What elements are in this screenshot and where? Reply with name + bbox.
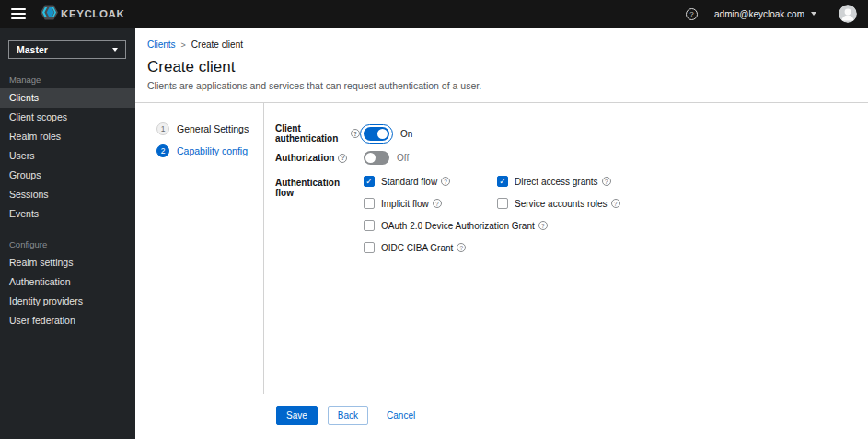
- checkbox-label: Implicit flow: [381, 199, 429, 209]
- sidebar-item-label: User federation: [9, 315, 75, 326]
- keycloak-admin-console: KEYCLOAK ? admin@keycloak.com Master: [0, 0, 868, 439]
- implicit-flow-checkbox[interactable]: [364, 198, 375, 209]
- sidebar-item-label: Realm settings: [9, 257, 73, 268]
- step-label: General Settings: [177, 123, 249, 134]
- oauth-device-grant-checkbox[interactable]: [364, 220, 375, 231]
- sidebar-item-label: Sessions: [9, 189, 49, 200]
- masthead-right: ? admin@keycloak.com: [686, 5, 857, 23]
- checkbox-label: Standard flow: [381, 177, 437, 187]
- sidebar-item-identity-providers[interactable]: Identity providers: [0, 292, 135, 311]
- help-icon[interactable]: ?: [433, 199, 442, 208]
- masthead: KEYCLOAK ? admin@keycloak.com: [0, 0, 868, 28]
- help-icon[interactable]: ?: [686, 8, 698, 20]
- sidebar-item-label: Groups: [9, 169, 41, 180]
- back-button[interactable]: Back: [328, 406, 368, 425]
- sidebar-item-clients[interactable]: Clients: [0, 88, 135, 108]
- breadcrumb: Clients > Create client: [135, 28, 868, 50]
- toggle-state-label: Off: [397, 153, 409, 163]
- sidebar-item-realm-settings[interactable]: Realm settings: [0, 253, 135, 272]
- sidebar-section-manage: Manage: [0, 59, 135, 88]
- label-text: Client authentication: [275, 123, 347, 144]
- sidebar-item-authentication[interactable]: Authentication: [0, 272, 135, 292]
- sidebar-item-users[interactable]: Users: [0, 146, 135, 166]
- checkbox-label: OIDC CIBA Grant: [381, 243, 453, 253]
- help-icon[interactable]: ?: [441, 177, 450, 186]
- sidebar-item-groups[interactable]: Groups: [0, 166, 135, 185]
- page-description: Clients are applications and services th…: [135, 76, 868, 91]
- authorization-row: Authorization ? Off: [275, 148, 868, 168]
- authorization-toggle[interactable]: [364, 151, 389, 165]
- help-icon[interactable]: ?: [611, 199, 620, 208]
- realm-selector-value: Master: [17, 44, 48, 55]
- breadcrumb-separator: >: [181, 40, 186, 50]
- sidebar-item-label: Users: [9, 150, 34, 161]
- keycloak-logo: KEYCLOAK: [41, 4, 124, 25]
- option-implicit-flow: Implicit flow ?: [364, 198, 497, 209]
- wizard-nav: 1 General Settings 2 Capability config: [135, 103, 264, 394]
- checkbox-label: OAuth 2.0 Device Authorization Grant: [381, 221, 535, 231]
- option-standard-flow: Standard flow ?: [364, 176, 497, 187]
- step-number: 1: [156, 122, 169, 135]
- breadcrumb-current: Create client: [191, 40, 243, 50]
- help-icon[interactable]: ?: [538, 221, 548, 230]
- sidebar-item-client-scopes[interactable]: Client scopes: [0, 108, 135, 127]
- toggle-state-label: On: [400, 129, 412, 139]
- checkbox-label: Service accounts roles: [515, 199, 608, 209]
- save-button[interactable]: Save: [276, 406, 318, 425]
- authentication-flow-row: Authentication flow Standard flow ? Dire…: [275, 176, 868, 253]
- client-authentication-label: Client authentication ?: [275, 123, 360, 144]
- client-authentication-row: Client authentication ? On: [275, 123, 868, 144]
- service-accounts-roles-checkbox[interactable]: [497, 198, 508, 209]
- step-label: Capability config: [177, 145, 248, 156]
- sidebar-item-label: Realm roles: [9, 131, 61, 142]
- sidebar-item-label: Clients: [9, 92, 39, 103]
- create-client-wizard: 1 General Settings 2 Capability config C…: [135, 103, 868, 439]
- authentication-flow-options: Standard flow ? Direct access grants ? I: [360, 176, 620, 253]
- help-icon[interactable]: ?: [338, 154, 347, 163]
- sidebar-section-configure: Configure: [0, 224, 135, 253]
- realm-selector[interactable]: Master: [8, 40, 126, 59]
- help-icon[interactable]: ?: [457, 243, 466, 252]
- capability-config-form: Client authentication ? On Authoriza: [264, 103, 868, 439]
- page-title: Create client: [135, 50, 868, 76]
- help-icon[interactable]: ?: [602, 177, 611, 186]
- standard-flow-checkbox[interactable]: [364, 176, 375, 187]
- wizard-step-general-settings[interactable]: 1 General Settings: [156, 122, 263, 135]
- checkbox-label: Direct access grants: [515, 177, 598, 187]
- sidebar-item-label: Authentication: [9, 276, 71, 287]
- option-service-accounts-roles: Service accounts roles ?: [497, 198, 620, 209]
- step-number: 2: [156, 144, 169, 157]
- avatar[interactable]: [839, 5, 857, 23]
- cancel-button[interactable]: Cancel: [387, 407, 415, 424]
- main-content: Clients > Create client Create client Cl…: [135, 28, 868, 439]
- keycloak-logo-icon: [41, 4, 58, 25]
- wizard-footer: Save Back Cancel: [276, 406, 415, 425]
- oidc-ciba-grant-checkbox[interactable]: [364, 242, 375, 253]
- label-text: Authorization: [275, 153, 334, 163]
- chevron-down-icon: [811, 12, 816, 16]
- client-authentication-control: On: [360, 124, 412, 144]
- user-dropdown[interactable]: admin@keycloak.com: [714, 9, 816, 19]
- authorization-control: Off: [360, 151, 409, 165]
- sidebar-item-sessions[interactable]: Sessions: [0, 185, 135, 204]
- sidebar-item-realm-roles[interactable]: Realm roles: [0, 127, 135, 146]
- chevron-down-icon: [112, 48, 118, 52]
- option-oidc-ciba-grant: OIDC CIBA Grant ?: [364, 242, 620, 253]
- user-email: admin@keycloak.com: [714, 9, 804, 19]
- sidebar-item-label: Events: [9, 208, 39, 219]
- sidebar-item-label: Identity providers: [9, 295, 83, 306]
- keycloak-logo-text: KEYCLOAK: [61, 8, 124, 19]
- sidebar-item-label: Client scopes: [9, 111, 67, 122]
- sidebar-item-user-federation[interactable]: User federation: [0, 311, 135, 330]
- breadcrumb-clients-link[interactable]: Clients: [147, 40, 176, 50]
- option-direct-access-grants: Direct access grants ?: [497, 176, 620, 187]
- authorization-label: Authorization ?: [275, 153, 360, 163]
- sidebar-item-events[interactable]: Events: [0, 204, 135, 224]
- direct-access-grants-checkbox[interactable]: [497, 176, 508, 187]
- client-authentication-toggle[interactable]: [364, 127, 389, 141]
- sidebar: Master Manage Clients Client scopes Real…: [0, 28, 135, 439]
- option-oauth-device-grant: OAuth 2.0 Device Authorization Grant ?: [364, 220, 620, 231]
- help-icon[interactable]: ?: [351, 129, 360, 138]
- hamburger-menu-icon[interactable]: [11, 8, 26, 19]
- wizard-step-capability-config[interactable]: 2 Capability config: [156, 144, 263, 157]
